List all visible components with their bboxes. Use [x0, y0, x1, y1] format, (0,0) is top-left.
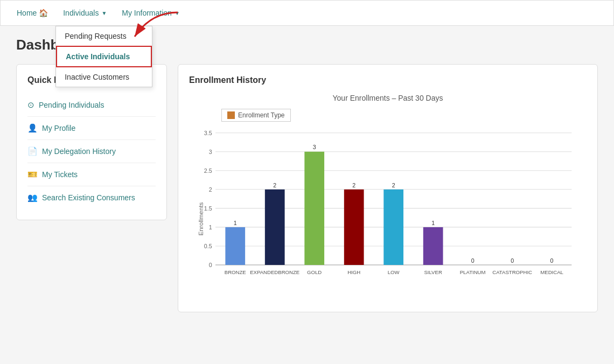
quick-link-icon: 👤: [27, 123, 38, 133]
bar-x-label: GOLD: [307, 269, 322, 275]
dropdown-active-individuals[interactable]: Active Individuals: [56, 46, 152, 67]
chart-legend: Enrollment Type: [221, 109, 291, 122]
bar-x-label: MEDICAL: [540, 269, 563, 275]
legend-label: Enrollment Type: [238, 111, 285, 119]
bar-x-label: CATASTROPHIC: [492, 269, 532, 275]
bar-rect: [383, 190, 403, 265]
quick-link-label: Search Existing Consumers: [42, 193, 135, 202]
chart-container: Enrollments 00.511.522.533.51BRONZE2EXPA…: [189, 127, 587, 301]
chevron-down-icon-2: ▼: [175, 10, 180, 16]
quick-link-icon: 🎫: [27, 170, 38, 179]
legend-color-swatch: [227, 111, 235, 119]
bar-x-label: SILVER: [424, 269, 442, 275]
bar-chart: Enrollments 00.511.522.533.51BRONZE2EXPA…: [189, 127, 587, 299]
svg-text:0.5: 0.5: [204, 243, 212, 249]
y-axis-label: Enrollments: [197, 202, 204, 236]
quick-links-panel: Quick Links ⊙Pending Individuals👤My Prof…: [16, 64, 167, 220]
bar-rect: [344, 190, 364, 265]
quick-link-item[interactable]: 👤My Profile: [27, 117, 156, 140]
quick-links-list: ⊙Pending Individuals👤My Profile📄My Deleg…: [27, 94, 156, 209]
individuals-dropdown: Pending Requests Active Individuals Inac…: [55, 26, 152, 87]
quick-link-item[interactable]: 🎫My Tickets: [27, 163, 156, 186]
svg-text:2: 2: [209, 186, 212, 193]
bar-x-label: LOW: [388, 269, 400, 275]
quick-link-icon: 📄: [27, 146, 38, 156]
svg-text:1.5: 1.5: [204, 205, 212, 212]
quick-link-label: Pending Individuals: [39, 101, 104, 109]
content-row: Quick Links ⊙Pending Individuals👤My Prof…: [16, 64, 598, 312]
bar-value-label: 2: [352, 182, 355, 188]
quick-link-item[interactable]: 📄My Delegation History: [27, 140, 156, 163]
chevron-down-icon: ▼: [101, 10, 107, 16]
nav-individuals[interactable]: Individuals ▼ Pending Requests Active In…: [55, 0, 114, 26]
nav-my-information[interactable]: My Information ▼: [114, 0, 187, 26]
quick-link-icon: ⊙: [27, 100, 34, 110]
bar-value-label: 3: [313, 144, 316, 150]
navbar: Home 🏠 Individuals ▼ Pending Requests Ac…: [0, 0, 614, 26]
bar-x-label: BRONZE: [225, 269, 246, 275]
bar-value-label: 0: [471, 257, 475, 264]
quick-link-item[interactable]: ⊙Pending Individuals: [27, 94, 156, 117]
bar-value-label: 2: [392, 182, 395, 188]
chart-panel: Enrollment History Your Enrollments – Pa…: [178, 64, 598, 312]
quick-link-item[interactable]: 👥Search Existing Consumers: [27, 186, 156, 209]
bar-x-label: HIGH: [347, 269, 360, 275]
bar-x-label: PLATINUM: [460, 269, 486, 275]
chart-subtitle: Your Enrollments – Past 30 Days: [189, 94, 587, 102]
bar-value-label: 2: [273, 182, 276, 188]
quick-link-label: My Tickets: [42, 170, 78, 179]
bar-rect: [265, 190, 285, 265]
bar-value-label: 1: [431, 220, 435, 226]
quick-link-icon: 👥: [27, 193, 38, 202]
bar-value-label: 0: [550, 257, 554, 264]
svg-text:0: 0: [209, 262, 212, 268]
bar-value-label: 0: [511, 257, 514, 264]
svg-text:3: 3: [209, 149, 212, 155]
bar-x-label: EXPANDEDBRONZE: [250, 269, 299, 275]
dropdown-inactive-customers[interactable]: Inactive Customers: [56, 67, 152, 87]
svg-text:3.5: 3.5: [204, 130, 212, 136]
bar-rect: [304, 152, 324, 265]
bar-value-label: 1: [234, 220, 237, 226]
chart-section-title: Enrollment History: [189, 75, 587, 85]
bar-rect: [225, 227, 245, 265]
bar-rect: [423, 227, 443, 265]
svg-text:1: 1: [209, 224, 212, 230]
quick-link-label: My Profile: [42, 124, 75, 132]
dropdown-pending-requests[interactable]: Pending Requests: [56, 26, 152, 46]
nav-home[interactable]: Home 🏠: [9, 0, 55, 26]
svg-text:2.5: 2.5: [204, 167, 212, 174]
quick-link-label: My Delegation History: [42, 147, 116, 156]
